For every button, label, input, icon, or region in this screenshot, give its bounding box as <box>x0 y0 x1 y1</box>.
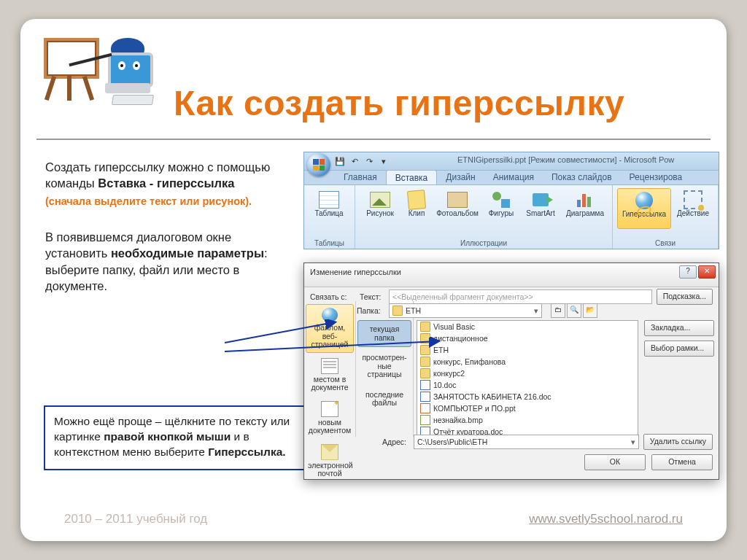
mascot-illustration <box>39 32 163 112</box>
folder-row: Папка: ETH 🗀 🔍 📂 <box>354 303 597 319</box>
new-document-icon <box>321 401 338 417</box>
ribbon-body: Таблица Таблицы Рисунок Клип Фотоальбом … <box>304 184 719 249</box>
folder-icon <box>392 306 403 316</box>
file-row[interactable]: дистанционное <box>417 332 638 344</box>
close-button[interactable]: ✕ <box>698 265 716 279</box>
header-divider <box>36 139 711 140</box>
clip-label: Клип <box>409 210 425 226</box>
group-tables: Таблица Таблицы <box>304 185 355 249</box>
file-name: Visual Basic <box>433 321 475 332</box>
group-tables-label: Таблицы <box>309 239 350 247</box>
tab-design[interactable]: Дизайн <box>437 170 484 184</box>
smartart-label: SmartArt <box>526 210 554 226</box>
shapes-button[interactable]: Фигуры <box>484 188 519 228</box>
clip-button[interactable]: Клип <box>402 188 431 228</box>
dialog-title-text: Изменение гиперссылки <box>310 268 401 276</box>
text-label: Текст: <box>360 292 384 301</box>
recent-files-item[interactable]: последние файлы <box>357 386 411 413</box>
redo-icon[interactable]: ↷ <box>364 156 374 166</box>
tip-bold1: правой кнопкой мыши <box>104 430 231 443</box>
bmp-icon <box>420 415 430 425</box>
instruction-text: Создать гиперссылку можно с помощью кома… <box>45 159 293 314</box>
doc-icon <box>420 392 430 402</box>
instruction-para-1: Создать гиперссылку можно с помощью кома… <box>45 159 293 209</box>
photoalbum-label: Фотоальбом <box>436 210 479 226</box>
folder-value: ETH <box>406 304 421 317</box>
sidebar-item-place-in-doc[interactable]: местом в документе <box>306 354 354 396</box>
easel-icon <box>39 38 98 101</box>
remove-link-button[interactable]: Удалить ссылку <box>643 434 713 450</box>
file-row[interactable]: конкурс, Епифанова <box>417 356 638 368</box>
file-row[interactable]: КОМПЬЮТЕР и ПО.ppt <box>417 402 638 414</box>
dialog-footer: ОК Отмена <box>310 454 713 470</box>
address-row: Адрес: C:\Users\Public\ETH Удалить ссылк… <box>310 434 713 450</box>
sidebar-label-1: местом в документе <box>311 375 348 392</box>
folder-label: Папка: <box>354 306 384 315</box>
up-folder-icon[interactable]: 🗀 <box>551 303 565 318</box>
help-button[interactable]: ? <box>679 265 697 279</box>
photoalbum-icon <box>447 192 468 208</box>
chart-icon <box>577 192 593 207</box>
hyperlink-button[interactable]: Гиперссылка <box>617 188 671 229</box>
powerpoint-ribbon: 💾 ↶ ↷ ▾ ETNIGiperssilki.ppt [Режим совме… <box>303 152 719 249</box>
bookmark-button[interactable]: Закладка... <box>644 320 714 336</box>
smartart-icon <box>533 193 549 206</box>
tab-animation[interactable]: Анимация <box>484 170 543 184</box>
dialog-titlebar: Изменение гиперссылки ? ✕ <box>304 263 719 287</box>
browse-mode-bar: текущая папка просмотрен-ные страницы по… <box>356 301 414 437</box>
document-icon <box>321 358 338 374</box>
chart-button[interactable]: Диаграмма <box>562 188 608 228</box>
ribbon-tabs: Главная Вставка Дизайн Анимация Показ сл… <box>335 170 719 184</box>
window-title: ETNIGiperssilki.ppt [Режим совместимости… <box>457 155 674 164</box>
table-icon <box>319 191 339 209</box>
arrow-to-filelist <box>225 337 444 359</box>
footer-link[interactable]: www.svetly5school.narod.ru <box>529 512 683 526</box>
para2-bold: необходимые параметры <box>111 246 264 260</box>
file-name: конкурс, Епифанова <box>433 356 506 368</box>
slide-header: Как создать гиперссылку <box>20 19 727 143</box>
tip-box: Можно ещё проще – щёлкните по тексту или… <box>44 405 309 470</box>
tab-review[interactable]: Рецензирова <box>621 170 692 184</box>
chart-label: Диаграмма <box>566 210 604 226</box>
undo-icon[interactable]: ↶ <box>349 156 360 166</box>
file-row[interactable]: незнайка.bmp <box>417 414 638 426</box>
file-name: конкурс2 <box>433 368 465 379</box>
address-field[interactable]: C:\Users\Public\ETH <box>414 435 639 449</box>
file-list[interactable]: Visual Basic дистанционное ETH конкурс, … <box>417 320 638 435</box>
folder-combo[interactable]: ETH <box>389 303 542 318</box>
tab-home[interactable]: Главная <box>335 170 386 184</box>
qat-dropdown-icon[interactable]: ▾ <box>379 156 389 166</box>
target-frame-button[interactable]: Выбор рамки... <box>644 341 714 357</box>
svg-line-1 <box>225 341 438 351</box>
browse-file-icon[interactable]: 📂 <box>583 303 597 318</box>
tab-slideshow[interactable]: Показ слайдов <box>543 170 621 184</box>
action-icon <box>684 190 703 209</box>
cancel-button[interactable]: Отмена <box>651 454 713 470</box>
file-name: КОМПЬЮТЕР и ПО.ppt <box>433 402 516 414</box>
footer-year: 2010 – 2011 учебный год <box>64 512 207 526</box>
photoalbum-button[interactable]: Фотоальбом <box>433 188 482 228</box>
group-links-label: Связи <box>617 239 713 247</box>
office-button[interactable] <box>307 153 330 176</box>
picture-button[interactable]: Рисунок <box>360 188 400 228</box>
file-row[interactable]: 10.doc <box>417 379 638 391</box>
instruction-para-2: В появившемся диалоговом окне установить… <box>45 229 293 294</box>
table-button[interactable]: Таблица <box>309 188 349 228</box>
browse-web-icon[interactable]: 🔍 <box>567 303 581 318</box>
tip-bold2: Гиперссылка. <box>208 446 285 458</box>
file-row[interactable]: Visual Basic <box>417 321 638 332</box>
quick-access-toolbar[interactable]: 💾 ↶ ↷ ▾ <box>335 155 389 167</box>
window-titlebar: 💾 ↶ ↷ ▾ ETNIGiperssilki.ppt [Режим совме… <box>304 152 719 171</box>
ok-button[interactable]: ОК <box>584 454 646 470</box>
sub-label-2: последние файлы <box>365 390 403 408</box>
save-icon[interactable]: 💾 <box>335 156 345 166</box>
file-row[interactable]: конкурс2 <box>417 368 638 379</box>
tab-insert[interactable]: Вставка <box>386 170 438 184</box>
group-links: Гиперссылка Действие Связи <box>613 185 719 249</box>
file-row[interactable]: ETH <box>417 344 638 356</box>
picture-label: Рисунок <box>366 210 394 226</box>
action-button[interactable]: Действие <box>673 188 713 229</box>
clip-icon <box>407 190 426 210</box>
file-row[interactable]: ЗАНЯТОСТЬ КАБИНЕТА 216.doc <box>417 391 638 402</box>
smartart-button[interactable]: SmartArt <box>520 188 561 228</box>
